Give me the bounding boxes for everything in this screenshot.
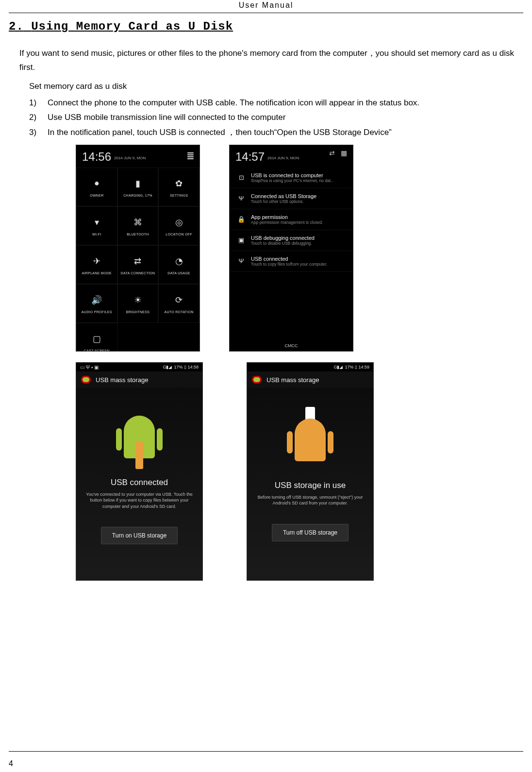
tiles-grid: ●OWNER ▮CHARGING, 17% ✿SETTINGS ▾WI-FI ⌘…	[76, 168, 200, 351]
tile-label: AIRPLANE MODE	[82, 271, 112, 275]
battery-icon: ▮	[132, 177, 144, 190]
tile-label: WI-FI	[92, 233, 101, 236]
notif-subtitle: SnapPea is using your PC's internet, no …	[251, 178, 346, 183]
subheading: Set memory card as u disk	[29, 80, 523, 94]
step-3: 3)In the notification panel, touch USB i…	[29, 125, 523, 140]
tile-bluetooth[interactable]: ⌘BLUETOOTH	[117, 206, 159, 245]
tile-audio[interactable]: 🔊AUDIO PROFILES	[76, 284, 117, 323]
title-bar: USB mass storage	[76, 371, 202, 388]
tile-data-usage[interactable]: ◔DATA USAGE	[158, 245, 200, 284]
clock: 14:56	[82, 150, 111, 164]
notif-subtitle: Touch to disable USB debugging.	[251, 241, 346, 246]
tile-label: SETTINGS	[170, 194, 188, 197]
section-heading: Using Memory Card as U Disk	[31, 20, 233, 33]
steps-list: 1)Connect the phone to the computer with…	[29, 96, 523, 140]
usb-icon: Ψ	[236, 193, 246, 203]
title-bar: USB mass storage	[247, 371, 373, 388]
usb-icon: ⊡	[236, 172, 246, 182]
notif-title: USB debugging connected	[251, 235, 346, 241]
menu-icon[interactable]: ≣	[186, 150, 195, 162]
notif-subtitle: Touch for other USB options.	[251, 199, 346, 204]
tile-label: AUDIO PROFILES	[82, 310, 112, 314]
notification-usb-storage[interactable]: ΨConnected as USB StorageTouch for other…	[230, 188, 353, 209]
tile-label: DATA USAGE	[167, 271, 190, 275]
footer-rule	[9, 751, 523, 752]
notification-usb-pc[interactable]: ⊡USB is connected to computerSnapPea is …	[230, 168, 353, 188]
tile-data-connection[interactable]: ⇄DATA CONNECTION	[117, 245, 159, 284]
notification-usb-debugging[interactable]: ▣USB debugging connectedTouch to disable…	[230, 230, 353, 251]
android-icon	[252, 376, 262, 384]
carrier-label: CMCC	[230, 343, 353, 348]
date: 2014 JUN 9, MON	[114, 156, 146, 160]
tile-label: BRIGHTNESS	[126, 310, 150, 314]
tile-charging[interactable]: ▮CHARGING, 17%	[117, 168, 159, 206]
usage-icon: ◔	[173, 255, 185, 268]
step-2-text: Use USB mobile transmission line will co…	[48, 110, 523, 125]
tile-location[interactable]: ◎LOCATION OFF	[158, 206, 200, 245]
intro-paragraph: If you want to send music, pictures or o…	[19, 47, 523, 75]
turn-on-usb-button[interactable]: Turn on USB storage	[101, 527, 178, 544]
android-robot-icon	[288, 420, 332, 473]
tile-settings[interactable]: ✿SETTINGS	[158, 168, 200, 206]
step-3-text: In the notification panel, touch USB is …	[48, 125, 523, 140]
tile-label: LOCATION OFF	[166, 233, 192, 236]
usb-description: Before turning off USB storage, unmount …	[257, 494, 364, 506]
usb-heading: USB connected	[111, 478, 168, 487]
notif-subtitle: App permission management is closed.	[251, 220, 346, 225]
bluetooth-icon: ⌘	[132, 216, 144, 229]
usb-heading: USB storage in use	[275, 481, 346, 490]
notif-title: USB connected	[251, 256, 346, 262]
status-bar: ▭ Ψ ▪ ▣ G▮◢ 17% ▯ 14:58	[76, 363, 202, 371]
avatar-icon: ●	[90, 177, 103, 190]
status-icons: ⇄ ▦	[329, 149, 349, 157]
title-text: USB mass storage	[96, 376, 148, 384]
screenshot-usb-in-use: G▮◢ 17% ▯ 14:59 USB mass storage USB sto…	[247, 362, 374, 581]
page-number: 4	[9, 759, 13, 768]
gear-icon: ✿	[173, 177, 185, 190]
usb-description: You've connected to your computer via US…	[86, 491, 193, 510]
tile-label: DATA CONNECTION	[121, 271, 155, 275]
battery-status: 17% ▯ 14:59	[345, 365, 369, 369]
notif-title: Connected as USB Storage	[251, 193, 346, 199]
audio-icon: 🔊	[90, 294, 103, 306]
tile-cast[interactable]: ▢CAST SCREEN	[76, 323, 117, 352]
header-title: User Manual	[9, 0, 523, 10]
status-left-icons: ▭ Ψ ▪ ▣	[80, 365, 99, 370]
status-bar: G▮◢ 17% ▯ 14:59	[247, 363, 373, 371]
header-rule	[9, 13, 523, 13]
signal-icon: G▮◢	[163, 365, 172, 369]
rotation-icon: ⟳	[173, 294, 185, 306]
signal-icon: G▮◢	[333, 365, 343, 369]
title-text: USB mass storage	[266, 376, 319, 384]
section-title: 2. Using Memory Card as U Disk	[9, 20, 523, 33]
cast-icon: ▢	[90, 333, 103, 345]
tile-label: CHARGING, 17%	[123, 194, 152, 197]
android-robot-icon	[117, 417, 162, 470]
wifi-icon: ▾	[90, 216, 103, 229]
date: 2014 JUN 9, MON	[267, 156, 299, 160]
notif-title: USB is connected to computer	[251, 172, 346, 178]
airplane-icon: ✈	[90, 255, 103, 268]
tile-owner[interactable]: ●OWNER	[76, 168, 117, 206]
brightness-icon: ☀	[132, 294, 144, 306]
section-number: 2.	[9, 20, 24, 33]
battery-status: 17% ▯ 14:58	[174, 365, 199, 369]
lock-icon: 🔒	[236, 214, 246, 224]
tile-brightness[interactable]: ☀BRIGHTNESS	[117, 284, 159, 323]
step-2: 2)Use USB mobile transmission line will …	[29, 110, 523, 125]
tile-label: AUTO ROTATION	[165, 310, 194, 314]
clock: 14:57	[235, 150, 265, 164]
debug-icon: ▣	[236, 235, 246, 245]
notification-app-permission[interactable]: 🔒App permissionApp permission management…	[230, 209, 353, 230]
turn-off-usb-button[interactable]: Turn off USB storage	[272, 524, 349, 541]
location-icon: ◎	[173, 216, 185, 229]
tile-label: BLUETOOTH	[127, 233, 149, 236]
tile-airplane[interactable]: ✈AIRPLANE MODE	[76, 245, 117, 284]
tile-wifi[interactable]: ▾WI-FI	[76, 206, 117, 245]
notif-title: App permission	[251, 214, 346, 220]
tile-label: CAST SCREEN	[84, 349, 110, 352]
tile-rotation[interactable]: ⟳AUTO ROTATION	[158, 284, 200, 323]
android-icon	[81, 376, 91, 384]
screenshot-usb-connected: ▭ Ψ ▪ ▣ G▮◢ 17% ▯ 14:58 USB mass storage…	[76, 362, 203, 581]
notification-usb-connected[interactable]: ΨUSB connectedTouch to copy files to/fro…	[230, 251, 353, 272]
